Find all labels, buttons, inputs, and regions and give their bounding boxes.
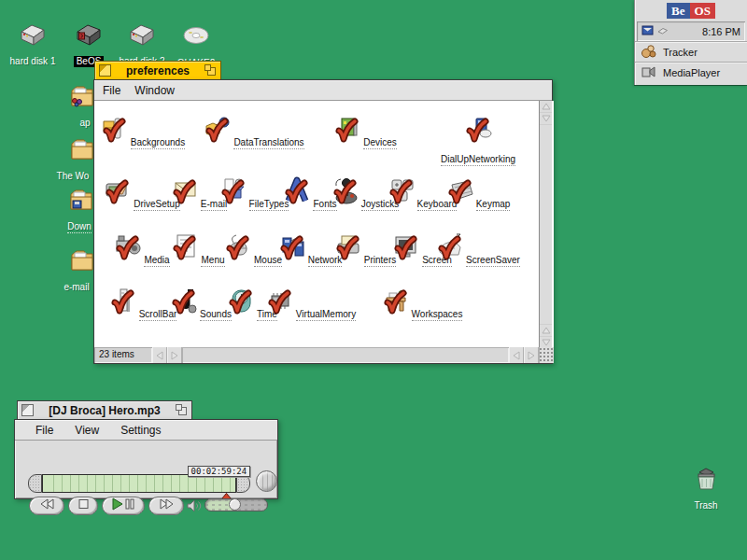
menu-window[interactable]: Window [134, 84, 175, 97]
desk-icon [380, 304, 412, 320]
scroll-up-icon[interactable] [540, 324, 552, 336]
deskbar-item-mediaplayer[interactable]: MediaPlayer [635, 62, 747, 82]
preferences-icon-area[interactable]: BackgroundsDataTranslationsDevicesDialUp… [94, 101, 554, 348]
icon-label: e-mail [63, 282, 89, 293]
volume-slider[interactable] [204, 498, 268, 511]
desktop-icon-trash[interactable]: Trash [655, 464, 747, 512]
zoom-box-icon[interactable] [176, 404, 188, 416]
scroll-left-icon[interactable] [152, 347, 167, 363]
scroll-left-icon[interactable] [509, 347, 524, 363]
menu-settings[interactable]: Settings [120, 424, 161, 437]
printer-icon [332, 250, 364, 266]
pref-icon-dialupnetworking[interactable]: DialUpNetworking [427, 114, 529, 166]
icon-label: DataTranslations [233, 137, 303, 149]
card-icon [331, 133, 363, 148]
preferences-menubar: FileWindow [94, 80, 552, 101]
fast-forward-button[interactable] [148, 497, 184, 515]
icon-label: VirtualMemory [296, 309, 356, 321]
scroll-right-icon[interactable] [167, 347, 182, 363]
menu-file[interactable]: File [35, 424, 53, 437]
tray-icons [641, 23, 669, 40]
menulist-icon [169, 250, 201, 266]
preferences-window: preferences FileWindow BackgroundsDataTr… [93, 61, 553, 364]
mouse-icon [222, 250, 254, 266]
vertical-scrollbar[interactable] [539, 101, 552, 348]
clock-icon [225, 304, 257, 320]
pref-icon-virtualmemory[interactable]: VirtualMemory [259, 286, 361, 321]
resize-grip[interactable] [539, 347, 554, 363]
be-logo: Be [667, 3, 689, 19]
cd-icon [145, 21, 247, 53]
menu-view[interactable]: View [75, 424, 99, 437]
pref-icon-datatranslations[interactable]: DataTranslations [202, 114, 304, 149]
keymap-icon [444, 194, 476, 210]
window-title: [DJ Broca] Hero.mp3 [37, 404, 172, 417]
menu-file[interactable]: File [103, 84, 120, 97]
speaker-icon [187, 499, 202, 512]
close-box-icon[interactable] [21, 404, 34, 416]
desktop[interactable]: { "desktop": { "bg_color": "#2f9c62", "i… [0, 0, 747, 560]
clock[interactable]: 8:16 PM [702, 26, 740, 37]
transport-buttons [29, 497, 184, 515]
deskbar-item-tracker[interactable]: Tracker [635, 41, 747, 62]
volume-thumb[interactable] [229, 498, 241, 511]
os-logo: OS [690, 3, 715, 19]
icon-label: Trash [694, 500, 717, 511]
chip-icon [264, 304, 296, 320]
icon-label: ScreenSaver [466, 255, 520, 267]
horizontal-scrollbar[interactable] [182, 347, 509, 363]
speed-knob[interactable] [256, 470, 277, 492]
fast-forward-icon [159, 497, 175, 515]
envelope-icon [169, 194, 201, 210]
note-icon [168, 304, 200, 320]
rewind-icon [39, 497, 55, 515]
tray-device-icon[interactable] [656, 23, 669, 40]
be-menu[interactable]: BeOS [635, 0, 747, 21]
pref-icon-workspaces[interactable]: Workspaces [370, 286, 472, 321]
deskbar-item-label: MediaPlayer [663, 67, 720, 78]
drivesetup-icon [102, 194, 134, 210]
pref-icon-keymap[interactable]: Keymap [426, 175, 529, 211]
mediaplayer-icon [641, 64, 656, 81]
helmet-icon [434, 250, 466, 266]
status-bar: 23 items [94, 347, 554, 363]
scroll-right-icon[interactable] [524, 347, 539, 363]
icon-label: DialUpNetworking [441, 154, 515, 166]
scroll-up-icon[interactable] [540, 101, 552, 113]
slider-left-cap [28, 474, 42, 493]
icon-label: The Wo [57, 171, 90, 182]
time-display: 00:02:59:24 [188, 466, 251, 477]
deskbar-tray[interactable]: 8:16 PM [637, 21, 745, 41]
preferences-title-tab[interactable]: preferences [94, 61, 221, 79]
pref-icon-backgrounds[interactable]: Backgrounds [94, 114, 193, 149]
pref-icon-devices[interactable]: Devices [313, 114, 416, 149]
dialup-icon [462, 133, 494, 148]
camera-icon [112, 250, 144, 266]
deskbar-item-label: Tracker [663, 47, 698, 58]
icon-label: Backgrounds [131, 137, 185, 149]
icon-label: Devices [363, 137, 397, 149]
item-count: 23 items [94, 347, 152, 363]
preferences-window-body: FileWindow BackgroundsDataTranslationsDe… [93, 79, 553, 364]
position-slider[interactable] [42, 474, 236, 493]
play-pause-button[interactable] [102, 497, 145, 515]
mediaplayer-window: [DJ Broca] Hero.mp3 FileViewSettings 00:… [14, 400, 279, 500]
rewind-button[interactable] [29, 497, 64, 515]
trash-icon [655, 464, 747, 496]
zoom-box-icon[interactable] [204, 64, 217, 77]
keys-icon [386, 194, 417, 210]
scroll-down-icon[interactable] [540, 113, 552, 125]
tracker-icon [641, 44, 656, 61]
icon-label: Keymap [476, 199, 511, 211]
tray-mail-icon[interactable] [641, 23, 654, 40]
deskbar: BeOS 8:16 PM TrackerMediaPlayer [634, 0, 747, 85]
mediaplayer-title-tab[interactable]: [DJ Broca] Hero.mp3 [17, 400, 192, 419]
icon-label: ap [79, 118, 90, 129]
translate-icon [202, 133, 233, 148]
pref-icon-screensaver[interactable]: ScreenSaver [426, 231, 529, 267]
close-box-icon[interactable] [99, 64, 111, 77]
fontA-icon [281, 194, 313, 210]
mediaplayer-controls: 00:02:59:24 [15, 441, 277, 498]
stop-button[interactable] [68, 497, 98, 515]
filetypes-icon [218, 194, 249, 210]
